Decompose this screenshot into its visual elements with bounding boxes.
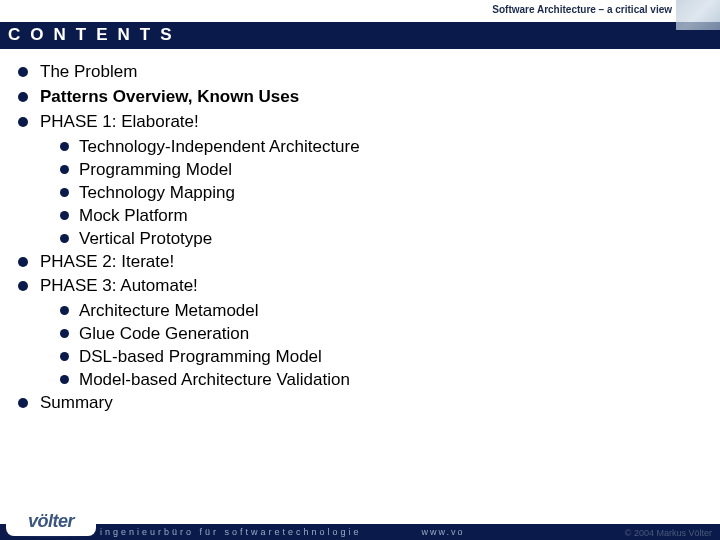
bullet-icon bbox=[18, 281, 28, 291]
sub-item-label: Vertical Prototype bbox=[79, 228, 212, 251]
logo-text: völter bbox=[28, 511, 74, 532]
bullet-icon bbox=[60, 142, 69, 151]
list-item: Summary bbox=[18, 392, 720, 415]
sub-list-item: Vertical Prototype bbox=[60, 228, 720, 251]
bullet-icon bbox=[60, 188, 69, 197]
sub-list-item: Mock Platform bbox=[60, 205, 720, 228]
deck-title: Software Architecture – a critical view bbox=[492, 4, 672, 15]
bullet-icon bbox=[60, 375, 69, 384]
item-label: Summary bbox=[40, 392, 113, 415]
list-item: Patterns Overview, Known Uses bbox=[18, 86, 720, 109]
item-label: PHASE 2: Iterate! bbox=[40, 251, 174, 274]
sub-item-label: Model-based Architecture Validation bbox=[79, 369, 350, 392]
footer: völter ingenieurbüro für softwaretechnol… bbox=[0, 500, 720, 540]
sub-list-item: Architecture Metamodel bbox=[60, 300, 720, 323]
footer-bar: ingenieurbüro für softwaretechnologie ww… bbox=[0, 524, 720, 540]
sub-list-item: Technology Mapping bbox=[60, 182, 720, 205]
list-item: PHASE 3: Automate! bbox=[18, 275, 720, 298]
bullet-icon bbox=[18, 117, 28, 127]
bullet-icon bbox=[18, 257, 28, 267]
header-decor bbox=[676, 0, 720, 30]
item-label: PHASE 1: Elaborate! bbox=[40, 111, 199, 134]
sub-item-label: Programming Model bbox=[79, 159, 232, 182]
bullet-icon bbox=[60, 165, 69, 174]
bullet-icon bbox=[60, 306, 69, 315]
bullet-icon bbox=[60, 234, 69, 243]
sub-list: Technology-Independent ArchitectureProgr… bbox=[18, 136, 720, 251]
footer-url: www.vo bbox=[362, 527, 465, 537]
slide-title: CONTENTS bbox=[0, 22, 720, 49]
bullet-icon bbox=[18, 67, 28, 77]
sub-list-item: Model-based Architecture Validation bbox=[60, 369, 720, 392]
sub-list: Architecture MetamodelGlue Code Generati… bbox=[18, 300, 720, 392]
footer-copyright: © 2004 Markus Völter bbox=[625, 528, 712, 538]
sub-item-label: Technology Mapping bbox=[79, 182, 235, 205]
sub-item-label: Architecture Metamodel bbox=[79, 300, 259, 323]
item-label: The Problem bbox=[40, 61, 137, 84]
list-item: The Problem bbox=[18, 61, 720, 84]
sub-list-item: DSL-based Programming Model bbox=[60, 346, 720, 369]
bullet-icon bbox=[60, 352, 69, 361]
sub-item-label: DSL-based Programming Model bbox=[79, 346, 322, 369]
bullet-icon bbox=[18, 92, 28, 102]
list-item: PHASE 2: Iterate! bbox=[18, 251, 720, 274]
sub-item-label: Glue Code Generation bbox=[79, 323, 249, 346]
bullet-icon bbox=[60, 329, 69, 338]
sub-item-label: Mock Platform bbox=[79, 205, 188, 228]
sub-list-item: Glue Code Generation bbox=[60, 323, 720, 346]
list-item: PHASE 1: Elaborate! bbox=[18, 111, 720, 134]
contents-list: The ProblemPatterns Overview, Known Uses… bbox=[0, 49, 720, 415]
sub-list-item: Technology-Independent Architecture bbox=[60, 136, 720, 159]
bullet-icon bbox=[60, 211, 69, 220]
logo: völter bbox=[6, 506, 96, 536]
sub-list-item: Programming Model bbox=[60, 159, 720, 182]
bullet-icon bbox=[18, 398, 28, 408]
sub-item-label: Technology-Independent Architecture bbox=[79, 136, 360, 159]
item-label: Patterns Overview, Known Uses bbox=[40, 86, 299, 109]
item-label: PHASE 3: Automate! bbox=[40, 275, 198, 298]
